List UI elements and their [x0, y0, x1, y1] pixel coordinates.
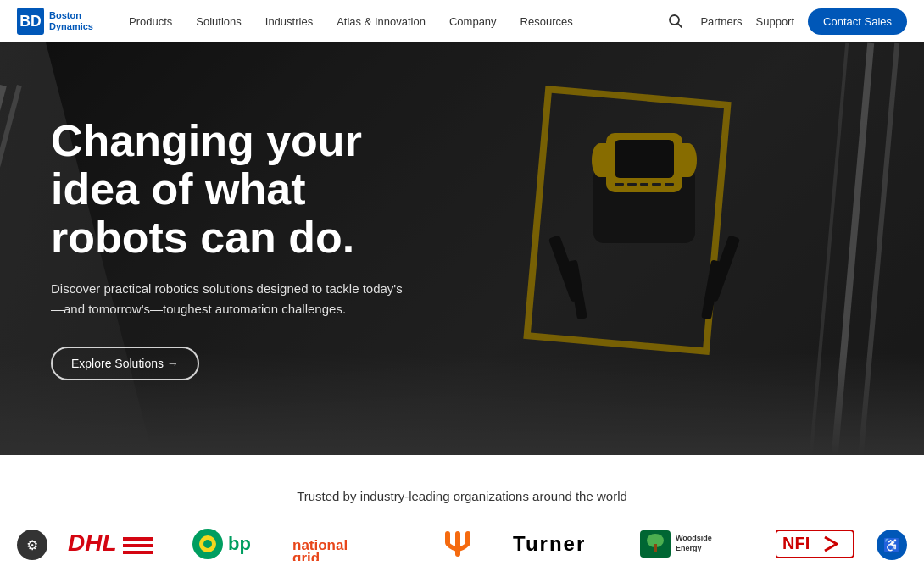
- navigation: BD BostonDynamics Products Solutions Ind…: [0, 0, 924, 42]
- nav-industries[interactable]: Industries: [255, 0, 323, 42]
- nationalgrid-logo: national grid: [292, 527, 403, 561]
- svg-text:BD: BD: [19, 13, 41, 30]
- hero-content: Changing your idea of what robots can do…: [0, 42, 492, 455]
- nfi-logo: NFI: [776, 527, 860, 561]
- dhl-logo-svg: DHL: [64, 529, 157, 559]
- nav-atlas[interactable]: Atlas & Innovation: [326, 0, 436, 42]
- svg-text:NFI: NFI: [782, 534, 810, 552]
- svg-point-11: [203, 540, 212, 548]
- woodside-logo-svg: Woodside Energy: [640, 527, 742, 561]
- trusted-section: Trusted by industry-leading organization…: [0, 455, 924, 577]
- nav-links: Products Solutions Industries Atlas & In…: [119, 0, 665, 42]
- brand-logo[interactable]: BD BostonDynamics: [17, 8, 93, 35]
- svg-rect-15: [455, 531, 460, 557]
- dhl-logo: DHL: [64, 527, 157, 561]
- svg-rect-21: [654, 544, 657, 552]
- hero-cta-button[interactable]: Explore Solutions →: [51, 347, 199, 380]
- bp-logo: bp: [191, 527, 259, 561]
- search-button[interactable]: [665, 10, 687, 32]
- svg-line-3: [678, 24, 682, 27]
- woodside-logo: Woodside Energy: [640, 527, 742, 561]
- svg-text:Woodside: Woodside: [676, 534, 712, 542]
- support-link[interactable]: Support: [756, 15, 795, 28]
- contact-sales-button[interactable]: Contact Sales: [808, 8, 907, 35]
- nav-resources[interactable]: Resources: [510, 0, 583, 42]
- search-icon: [668, 14, 683, 29]
- hero-title: Changing your idea of what robots can do…: [51, 117, 441, 263]
- trusted-title: Trusted by industry-leading organization…: [51, 489, 873, 503]
- turner-logo-svg: Turner: [513, 527, 606, 561]
- nationalgrid-logo-svg: national grid: [292, 527, 403, 561]
- svg-text:bp: bp: [228, 533, 251, 554]
- shapeup-logo-svg: [437, 527, 479, 561]
- svg-text:Turner: Turner: [513, 532, 586, 555]
- partners-link[interactable]: Partners: [700, 15, 742, 28]
- accessibility-button[interactable]: ♿: [877, 530, 907, 560]
- svg-rect-8: [123, 551, 153, 554]
- svg-text:DHL: DHL: [68, 530, 117, 556]
- settings-accessibility-button[interactable]: ⚙: [17, 530, 47, 560]
- nfi-logo-svg: NFI: [776, 527, 860, 561]
- hero-subtitle: Discover practical robotics solutions de…: [51, 279, 407, 319]
- turner-logo: Turner: [513, 527, 606, 561]
- boston-dynamics-logo-icon: BD: [17, 8, 44, 35]
- svg-text:Energy: Energy: [676, 544, 702, 552]
- nav-company[interactable]: Company: [439, 0, 507, 42]
- shapeup-logo: [437, 527, 479, 561]
- brand-name: BostonDynamics: [49, 10, 93, 32]
- svg-text:grid: grid: [292, 550, 320, 561]
- bp-logo-svg: bp: [191, 527, 259, 561]
- nav-products[interactable]: Products: [119, 0, 182, 42]
- hero-section: Changing your idea of what robots can do…: [0, 42, 924, 455]
- nav-solutions[interactable]: Solutions: [186, 0, 251, 42]
- logos-row: DHL bp national grid: [51, 527, 873, 577]
- nav-right: Partners Support Contact Sales: [665, 8, 907, 35]
- svg-rect-6: [123, 537, 153, 541]
- svg-rect-7: [123, 544, 153, 547]
